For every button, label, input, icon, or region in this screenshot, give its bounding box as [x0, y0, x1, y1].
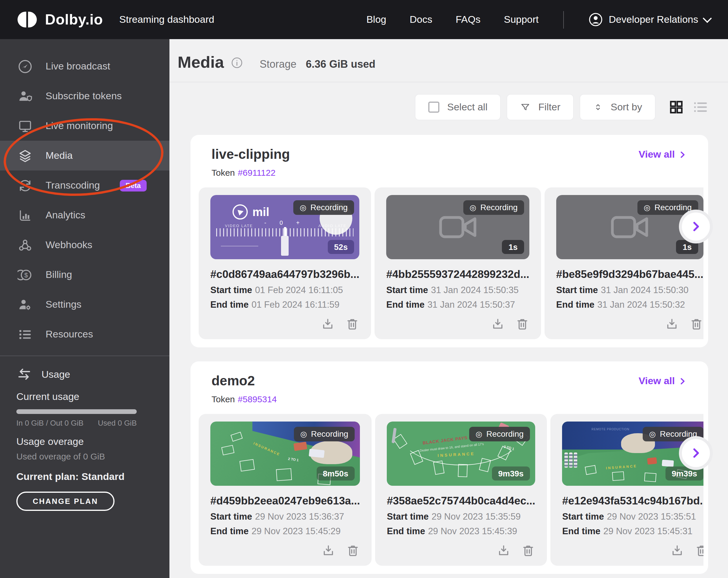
chevron-right-icon: [678, 377, 687, 386]
record-icon: ◎: [649, 430, 656, 438]
download-icon[interactable]: [491, 317, 505, 331]
dolby-logo[interactable]: Dolby.io: [18, 11, 103, 28]
start-time-row: Start time31 Jan 2024 15:50:30: [556, 285, 703, 296]
usage-arrows-icon: [16, 367, 32, 382]
media-card[interactable]: ◎Recording INSURANCE 2 TO 1: [199, 414, 371, 566]
download-icon[interactable]: [665, 317, 679, 331]
app-title: Streaming dashboard: [119, 14, 214, 25]
nav-support[interactable]: Support: [504, 14, 539, 25]
section-live-clipping: live-clipping Token#6911122 View all: [190, 135, 708, 348]
media-card[interactable]: ◎Recording mil - 0 + VIDEO LATE AUDIO LA…: [199, 187, 371, 339]
grid-view-icon[interactable]: [669, 99, 684, 115]
start-time-row: Start time01 Feb 2024 16:11:05: [210, 285, 359, 296]
media-thumbnail-blackjack-table: ◎Recording BLACK JACK PAYS 3 TO 2 Dealer…: [387, 421, 535, 486]
sort-by-button[interactable]: Sort by: [579, 94, 655, 120]
sidebar-item-transcoding[interactable]: Transcoding Beta: [0, 170, 170, 200]
account-menu[interactable]: Developer Relations: [588, 12, 710, 27]
select-all-button[interactable]: Select all: [415, 94, 501, 120]
usage-overage-value: Used overage of 0 GiB: [16, 451, 153, 461]
view-all-link[interactable]: View all: [639, 376, 687, 387]
recording-badge: ◎Recording: [463, 200, 524, 215]
media-card[interactable]: ◎Recording BLACK JACK PAYS 3 TO 2 Dealer…: [375, 414, 547, 566]
download-icon[interactable]: [670, 544, 684, 557]
token-label: Token: [211, 394, 235, 404]
usage-panel: Usage Current usage In 0 GiB / Out 0 GiB…: [0, 356, 170, 511]
sidebar-item-label: Settings: [46, 299, 81, 310]
carousel-next-button[interactable]: [679, 210, 713, 244]
millicast-logo: mil: [233, 204, 269, 220]
chevron-right-icon: [678, 150, 687, 159]
sidebar-item-billing[interactable]: $ Billing: [0, 260, 170, 290]
record-icon: ◎: [475, 430, 482, 438]
download-icon[interactable]: [497, 544, 511, 557]
download-icon[interactable]: [321, 317, 335, 331]
card-deck-white: [662, 460, 674, 467]
start-time-row: Start time29 Nov 2023 15:36:37: [210, 512, 360, 522]
webhooks-icon: [18, 237, 33, 252]
chip-tray: [565, 452, 577, 468]
sort-by-label: Sort by: [610, 101, 642, 113]
view-all-link[interactable]: View all: [639, 149, 687, 161]
sidebar-item-analytics[interactable]: Analytics: [0, 200, 170, 230]
media-id: #e12e943fa5314c94b167bd...: [562, 495, 703, 507]
analytics-icon: [18, 208, 33, 223]
audio-late-label: AUDIO LATE: [318, 224, 346, 228]
chevron-down-icon: [703, 14, 712, 23]
media-card[interactable]: ◎Recording 1s #4bb25559372442899232d... …: [374, 187, 541, 339]
sidebar-item-subscribe-tokens[interactable]: Subscribe tokens: [0, 81, 170, 111]
nav-blog[interactable]: Blog: [366, 14, 386, 25]
list-view-icon[interactable]: [692, 99, 708, 115]
media-card[interactable]: ◎Recording 1s #be85e9f9d3294b67bae445...…: [545, 187, 703, 339]
sidebar-item-webhooks[interactable]: Webhooks: [0, 230, 170, 260]
delete-icon[interactable]: [345, 317, 359, 331]
media-id: #358ae52c75744b0ca4d4ec...: [387, 495, 535, 507]
token-link[interactable]: #5895314: [238, 394, 277, 404]
record-icon: ◎: [300, 430, 307, 438]
sidebar-item-resources[interactable]: Resources: [0, 319, 170, 349]
view-all-label: View all: [639, 149, 675, 161]
filter-button[interactable]: Filter: [507, 94, 574, 120]
toolbar: Select all Filter Sort by: [170, 94, 708, 120]
delete-icon[interactable]: [690, 317, 703, 331]
bet-spot: [276, 469, 292, 481]
subscribe-tokens-icon: [18, 88, 33, 104]
sidebar-item-media[interactable]: Media: [0, 141, 170, 170]
card-deck-red: [647, 457, 657, 464]
filter-label: Filter: [539, 101, 561, 113]
select-all-checkbox[interactable]: [428, 102, 440, 113]
sidebar-item-label: Subscribe tokens: [46, 90, 122, 102]
sidebar-item-settings[interactable]: Settings: [0, 290, 170, 319]
select-all-label: Select all: [447, 101, 488, 113]
start-time-row: Start time29 Nov 2023 15:35:51: [562, 512, 703, 522]
chevron-right-icon: [690, 447, 702, 460]
sidebar-item-live-broadcast[interactable]: Live broadcast: [0, 51, 170, 81]
sidebar-item-live-monitoring[interactable]: Live monitoring: [0, 111, 170, 141]
carousel-next-button[interactable]: [679, 436, 713, 470]
delete-icon[interactable]: [346, 544, 360, 557]
media-card[interactable]: REMOTE PRODUCTION ◎Recording INSURANCE: [550, 414, 703, 566]
change-plan-button[interactable]: CHANGE PLAN: [16, 492, 114, 511]
end-time-row: End time29 Nov 2023 15:45:31: [562, 526, 703, 536]
end-time-row: End time29 Nov 2023 15:45:29: [210, 526, 360, 536]
duration-badge: 1s: [502, 240, 524, 254]
duration-badge: 8m50s: [316, 467, 355, 480]
section-title: demo2: [211, 373, 277, 389]
section-title: live-clipping: [211, 146, 290, 162]
header-divider: [170, 82, 728, 82]
page-title: Media: [178, 53, 224, 72]
start-time-row: Start time29 Nov 2023 15:35:59: [387, 512, 535, 522]
delete-icon[interactable]: [695, 544, 703, 557]
account-name: Developer Relations: [609, 14, 698, 25]
token-link[interactable]: #6911122: [238, 168, 276, 177]
delete-icon[interactable]: [515, 317, 529, 331]
download-icon[interactable]: [321, 544, 335, 557]
info-icon[interactable]: [231, 56, 243, 68]
dolby-streaming-dashboard: Dolby.io Streaming dashboard Blog Docs F…: [0, 0, 728, 578]
usage-progress-bar: [16, 409, 137, 414]
usage-used: Used 0 GiB: [98, 419, 137, 428]
nav-faqs[interactable]: FAQs: [456, 14, 480, 25]
media-thumbnail-millicast: ◎Recording mil - 0 + VIDEO LATE AUDIO LA…: [210, 195, 359, 259]
delete-icon[interactable]: [521, 544, 535, 557]
nav-docs[interactable]: Docs: [410, 14, 432, 25]
duration-badge: 52s: [328, 240, 354, 254]
